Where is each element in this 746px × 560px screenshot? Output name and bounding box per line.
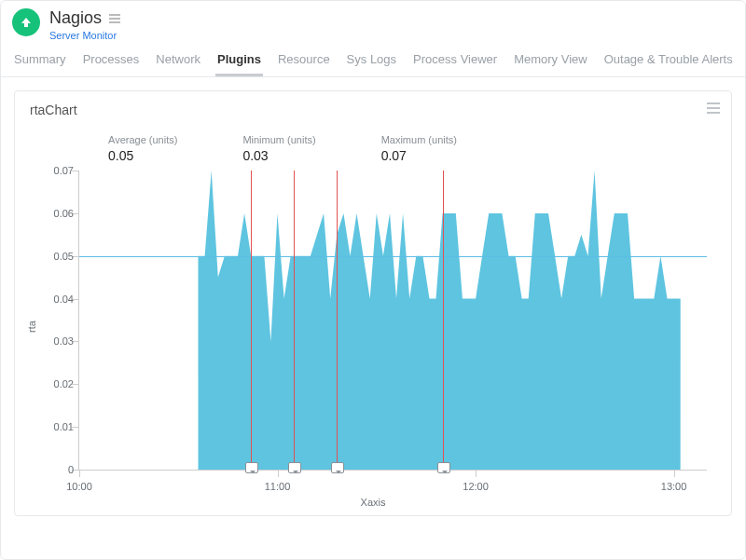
status-up-icon: [12, 8, 40, 36]
tab-resource[interactable]: Resource: [276, 45, 332, 76]
annotation-icon[interactable]: [245, 462, 258, 473]
stat-label: Minimum (units): [242, 134, 315, 145]
x-tick-label: 11:00: [265, 481, 291, 492]
chart-marker[interactable]: [294, 171, 295, 470]
tab-process-viewer[interactable]: Process Viewer: [411, 45, 499, 76]
reference-line: [79, 256, 707, 257]
stat-average: Average (units) 0.05: [108, 134, 177, 163]
tab-summary[interactable]: Summary: [12, 45, 68, 76]
y-tick-label: 0.01: [36, 421, 74, 432]
tab-sys-logs[interactable]: Sys Logs: [345, 45, 398, 76]
chart-marker[interactable]: [251, 171, 252, 470]
tab-network[interactable]: Network: [154, 45, 202, 76]
stat-row: Average (units) 0.05 Minimum (units) 0.0…: [108, 134, 716, 163]
tab-memory-view[interactable]: Memory View: [512, 45, 589, 76]
svg-rect-5: [707, 112, 720, 114]
page-title: Nagios: [49, 8, 102, 28]
x-tick: [476, 470, 477, 477]
chart-area: rta 00.010.020.030.040.050.060.0710:0011…: [30, 171, 716, 506]
y-tick-label: 0.06: [36, 208, 74, 219]
x-tick-label: 13:00: [661, 481, 687, 492]
chart-marker[interactable]: [337, 171, 338, 470]
stat-maximum: Maximum (units) 0.07: [381, 134, 457, 163]
x-tick-label: 12:00: [463, 481, 489, 492]
x-tick: [674, 470, 675, 477]
svg-rect-2: [109, 21, 120, 23]
hamburger-icon[interactable]: [109, 14, 120, 23]
area-series: [79, 171, 707, 470]
y-tick-label: 0.03: [36, 335, 74, 347]
stat-label: Maximum (units): [381, 134, 457, 145]
annotation-icon[interactable]: [288, 462, 301, 473]
svg-rect-0: [109, 14, 120, 16]
tabs-bar: SummaryProcessesNetworkPluginsResourceSy…: [1, 45, 745, 77]
page-subtitle[interactable]: Server Monitor: [49, 30, 120, 41]
y-axis-label: rta: [26, 321, 37, 333]
svg-rect-4: [707, 107, 720, 109]
chart-panel: rtaChart Average (units) 0.05 Minimum (u…: [14, 90, 732, 516]
stat-value: 0.05: [108, 148, 177, 163]
tab-plugins[interactable]: Plugins: [215, 45, 263, 76]
svg-rect-1: [109, 18, 120, 20]
y-tick-label: 0.04: [36, 294, 74, 305]
annotation-icon[interactable]: [331, 462, 344, 473]
svg-rect-3: [707, 102, 720, 104]
stat-label: Average (units): [108, 134, 177, 145]
tab-outage-trouble-alerts[interactable]: Outage & Trouble Alerts: [602, 45, 735, 76]
y-tick-label: 0.02: [36, 378, 74, 389]
stat-minimum: Minimum (units) 0.03: [242, 134, 315, 163]
y-tick-label: 0: [36, 464, 74, 475]
plot-region[interactable]: 00.010.020.030.040.050.060.0710:0011:001…: [78, 171, 707, 471]
panel-menu-icon[interactable]: [707, 101, 720, 117]
x-tick-label: 10:00: [66, 481, 92, 492]
x-tick: [278, 470, 279, 477]
y-tick-label: 0.05: [36, 251, 74, 262]
panel-title: rtaChart: [30, 102, 716, 117]
app-frame: Nagios Server Monitor SummaryProcessesNe…: [0, 0, 746, 560]
x-tick: [79, 470, 80, 477]
annotation-icon[interactable]: [437, 462, 450, 473]
content-region: rtaChart Average (units) 0.05 Minimum (u…: [1, 77, 745, 529]
stat-value: 0.07: [381, 148, 457, 163]
header: Nagios Server Monitor: [1, 1, 745, 45]
x-axis-label: Xaxis: [361, 497, 386, 508]
stat-value: 0.03: [242, 148, 315, 163]
tab-processes[interactable]: Processes: [81, 45, 142, 76]
y-tick-label: 0.07: [36, 165, 74, 176]
chart-marker[interactable]: [443, 171, 444, 470]
